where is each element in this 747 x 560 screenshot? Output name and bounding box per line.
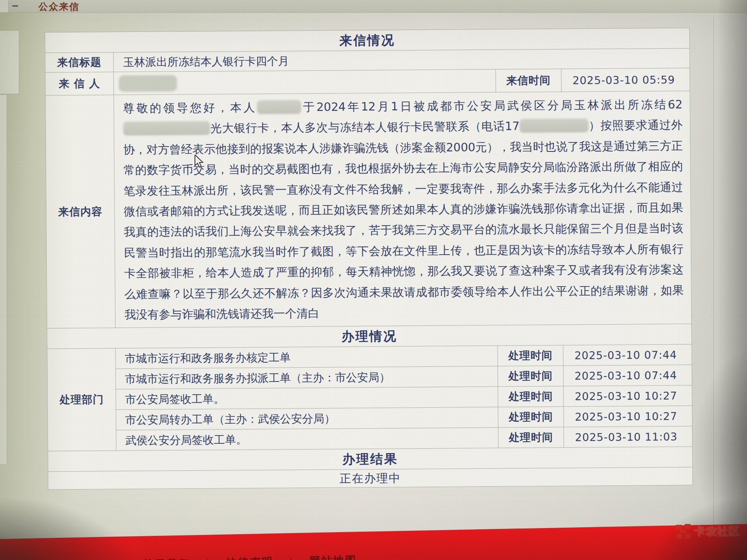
step-time-label: 处理时间 [498,427,564,448]
sender-value-cell [113,69,496,95]
content-text-4: ）按照要求通过外协，对方曾经表示他接到的报案说本人涉嫌诈骗洗钱（涉案金额2000… [123,118,684,321]
letter-content-label: 来信内容 [45,95,115,329]
sidebar-panel [0,30,19,94]
sidebar-strip [0,95,7,464]
collapse-minus-icon[interactable] [12,5,18,7]
step-time-label: 处理时间 [498,345,563,366]
step-time-label: 处理时间 [498,407,564,428]
letter-content-paragraph: 尊敬的领导您好，本人于2024年12月1日被成都市公安局武侯区分局玉林派出所冻结… [114,91,691,328]
step-action: 市公安局签收工单。 [116,387,498,410]
watermark-logo-icon [676,524,691,539]
step-time-value: 2025-03-10 11:03 [564,426,692,447]
letter-time-value: 2025-03-10 05:59 [561,68,690,92]
letter-title-label: 来信标题 [45,52,113,72]
watermark-text: 卡农社区 [694,524,740,539]
content-text-3: 光大银行卡，本人多次与冻结本人银行卡民警联系（电话17 [210,120,520,135]
step-time-label: 处理时间 [498,386,564,407]
step-time-value: 2025-03-10 07:44 [563,344,692,366]
step-action: 武侯公安分局签收工单。 [116,428,498,451]
top-bar: 公众来信 [0,0,747,13]
page-edge-divider [713,17,714,530]
processing-department-label: 处理部门 [47,348,116,451]
redacted-sender-name [119,75,177,92]
redacted-phone-number [519,119,588,133]
mouse-cursor-icon [194,155,205,169]
sender-label: 来 信 人 [45,72,113,95]
watermark: 卡农社区 [676,524,740,539]
letter-content-cell: 尊敬的领导您好，本人于2024年12月1日被成都市公安局武侯区分局玉林派出所冻结… [114,91,692,328]
redacted-name-inline [257,100,301,114]
footer-link-legal[interactable]: 法律声明 [226,555,274,560]
footer-separator: | [206,557,211,560]
nav-item-public-letters[interactable]: 公众来信 [38,0,79,13]
step-action: 市城市运行和政务服务办核定工单 [115,346,498,369]
letter-detail-table: 来信情况 来信标题 玉林派出所冻结本人银行卡四个月 来 信 人 来信时间 202… [45,28,693,490]
step-time-value: 2025-03-10 07:44 [563,365,692,386]
redacted-bank-card-number [123,121,210,135]
step-action: 市城市运行和政务服务办拟派工单（主办：市公安局） [115,366,498,390]
content-text-2: 于2024年12月1日被成都市公安局武侯区分局玉林派出所冻结62 [301,98,682,114]
footer-separator: | [289,555,294,560]
footer-bar: 关于我们 | 法律声明 | 网站地图 [0,524,747,560]
step-time-label: 处理时间 [498,366,563,387]
top-corner-box [0,0,9,12]
step-time-value: 2025-03-10 10:27 [564,385,692,406]
letter-time-label: 来信时间 [496,69,561,92]
footer-link-about[interactable]: 关于我们 [143,556,190,560]
step-time-value: 2025-03-10 10:27 [564,406,692,427]
step-action: 市公安局转办工单（主办：武侯公安分局） [116,407,498,431]
content-text-1: 尊敬的领导您好，本人 [123,101,257,115]
footer-link-sitemap[interactable]: 网站地图 [309,553,357,560]
